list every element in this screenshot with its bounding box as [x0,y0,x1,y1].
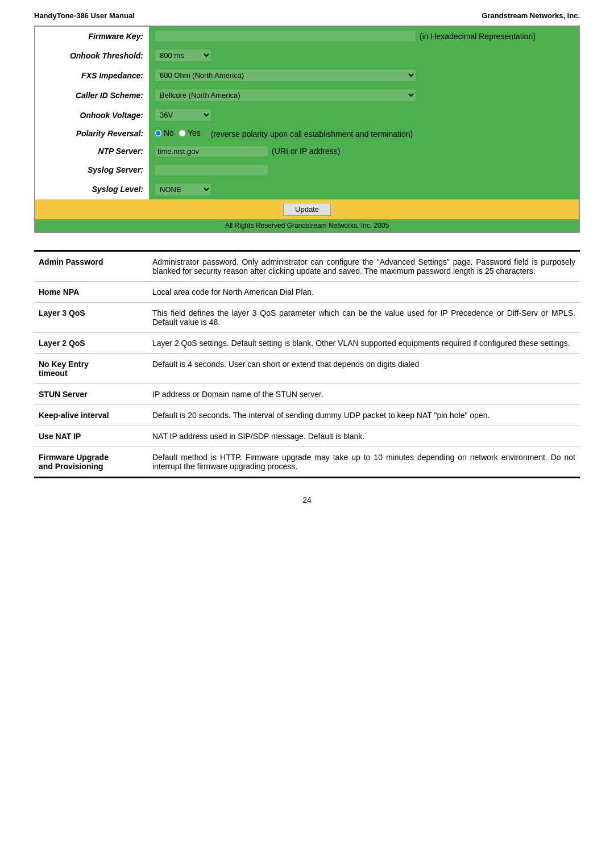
select-field[interactable]: NONEDEBUGINFOWARNINGERROR [155,183,211,196]
table-row: Firmware Upgradeand ProvisioningDefault … [34,446,580,477]
select-field[interactable]: 600 Ohm (North America)900 OhmComplex [155,69,416,82]
form-value-cell: NoYes (reverse polarity upon call establ… [149,125,579,142]
form-label: FXS Impedance: [35,65,149,85]
term-cell: Layer 3 QoS [34,302,148,332]
term-cell: No Key Entrytimeout [34,353,148,383]
definition-cell: Local area code for North American Dial … [148,281,580,302]
term-cell: Keep-alive interval [34,404,148,425]
term-cell: Admin Password [34,251,148,281]
table-row: Admin PasswordAdministrator password. On… [34,251,580,281]
form-value-cell: 600 Ohm (North America)900 OhmComplex [149,65,579,85]
term-cell: Use NAT IP [34,425,148,446]
table-row: STUN ServerIP address or Domain name of … [34,383,580,404]
form-label: NTP Server: [35,142,149,161]
page-number: 24 [34,495,580,504]
definition-cell: Layer 2 QoS settings. Default setting is… [148,332,580,353]
select-field[interactable]: 800 ms400 ms600 ms1000 ms [155,49,211,62]
company-name: Grandstream Networks, Inc. [482,11,580,20]
description-table: Admin PasswordAdministrator password. On… [34,250,580,478]
copyright-text: All Rights Reserved Grandstream Networks… [225,222,389,229]
form-label: Onhook Threshold: [35,45,149,65]
table-row: Home NPALocal area code for North Americ… [34,281,580,302]
table-row: Keep-alive intervalDefault is 20 seconds… [34,404,580,425]
select-field[interactable]: 36V48V24V [155,108,211,122]
definition-cell: Default is 20 seconds. The interval of s… [148,404,580,425]
trailing-text: (reverse polarity upon call establishmen… [209,130,413,139]
form-label: Caller ID Scheme: [35,85,149,105]
definition-cell: IP address or Domain name of the STUN se… [148,383,580,404]
form-value-cell: (URI or IP address) [149,142,579,161]
form-label: Syslog Level: [35,180,149,199]
radio-label[interactable]: No [155,128,174,137]
definition-cell: NAT IP address used in SIP/SDP message. … [148,425,580,446]
definition-cell: Default is 4 seconds. User can short or … [148,353,580,383]
settings-form: Firmware Key:(in Hexadecimal Representat… [34,26,580,233]
form-value-cell: (in Hexadecimal Representation) [149,27,579,45]
term-cell: Home NPA [34,281,148,302]
text-input[interactable] [155,145,268,157]
form-label: Firmware Key: [35,27,149,45]
form-label: Onhook Voltage: [35,105,149,125]
radio-input[interactable] [155,130,162,137]
update-button[interactable]: Update [283,203,331,216]
radio-label[interactable]: Yes [179,128,201,137]
form-value-cell: NONEDEBUGINFOWARNINGERROR [149,180,579,199]
select-field[interactable]: Bellcore (North America)ETSINTT [155,89,416,102]
form-table: Firmware Key:(in Hexadecimal Representat… [35,27,579,199]
table-row: Layer 3 QoSThis field defines the layer … [34,302,580,332]
definition-cell: This field defines the layer 3 QoS param… [148,302,580,332]
term-cell: Layer 2 QoS [34,332,148,353]
radio-input[interactable] [179,130,186,137]
text-input[interactable] [155,30,416,42]
form-label: Syslog Server: [35,161,149,180]
copyright-row: All Rights Reserved Grandstream Networks… [35,219,579,232]
term-cell: Firmware Upgradeand Provisioning [34,446,148,477]
page-header: HandyTone-386 User Manual Grandstream Ne… [34,11,580,20]
table-row: Layer 2 QoSLayer 2 QoS settings. Default… [34,332,580,353]
text-input[interactable] [155,164,268,176]
form-value-cell: Bellcore (North America)ETSINTT [149,85,579,105]
term-cell: STUN Server [34,383,148,404]
trailing-text: (in Hexadecimal Representation) [420,32,536,41]
definition-cell: Default method is HTTP. Firmware upgrade… [148,446,580,477]
form-label: Polarity Reversal: [35,125,149,142]
form-value-cell [149,161,579,180]
manual-title: HandyTone-386 User Manual [34,11,135,20]
form-value-cell: 36V48V24V [149,105,579,125]
definition-cell: Administrator password. Only administrat… [148,251,580,281]
trailing-text: (URI or IP address) [272,147,340,156]
table-row: Use NAT IPNAT IP address used in SIP/SDP… [34,425,580,446]
form-footer: Update [35,199,579,219]
form-value-cell: 800 ms400 ms600 ms1000 ms [149,45,579,65]
table-row: No Key EntrytimeoutDefault is 4 seconds.… [34,353,580,383]
